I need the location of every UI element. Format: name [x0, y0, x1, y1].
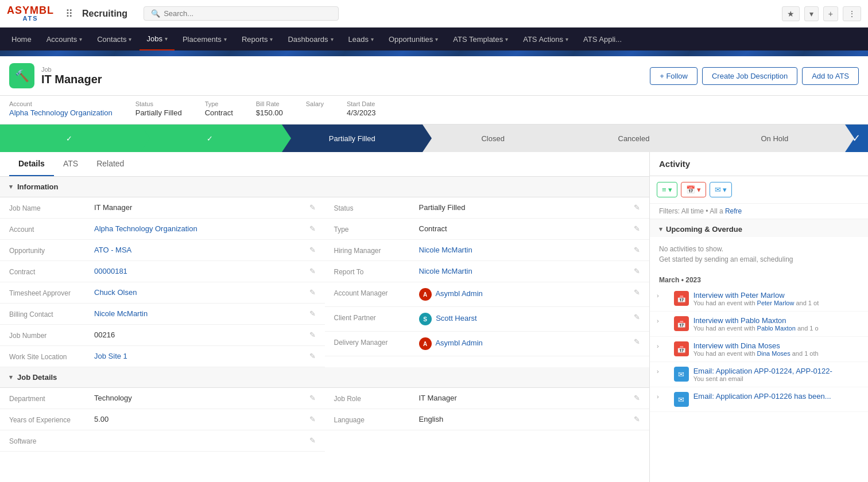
star-button[interactable]: ★ — [782, 6, 800, 21]
edit-contract-icon[interactable]: ✎ — [309, 267, 316, 275]
pipeline-label-partially-filled: Partially Filled — [329, 134, 375, 143]
job-details-section-header[interactable]: ▾ Job Details — [0, 367, 649, 388]
person-link-1[interactable]: Pablo Maxton — [757, 325, 796, 332]
meta-start-date-label: Start Date — [347, 100, 376, 107]
refresh-link[interactable]: Refre — [725, 207, 742, 215]
pipeline-step-1[interactable]: ✓ — [0, 125, 141, 152]
pipeline-step-canceled[interactable]: Canceled — [563, 125, 704, 152]
activity-title-1[interactable]: Interview with Pablo Maxton — [693, 316, 861, 325]
edit-years-experience-icon[interactable]: ✎ — [309, 415, 316, 423]
expand-icon-2[interactable]: › — [657, 341, 659, 349]
nav-label-leads: Leads — [348, 35, 369, 44]
activity-email-button[interactable]: ✉ ▾ — [710, 182, 732, 197]
activity-title-3[interactable]: Email: Application APP-01224, APP-0122- — [693, 367, 861, 375]
expand-icon-4[interactable]: › — [657, 392, 659, 400]
add-to-ats-button[interactable]: Add to ATS — [802, 67, 859, 85]
person-link-0[interactable]: Peter Marlow — [757, 300, 795, 306]
field-label-language: Language — [334, 415, 414, 424]
field-value-opportunity[interactable]: ATO - MSA — [94, 246, 305, 254]
more-button[interactable]: ⋮ — [843, 6, 861, 21]
field-value-billing-contact[interactable]: Nicole McMartin — [94, 309, 305, 318]
link-account-manager[interactable]: Asymbl Admin — [435, 289, 482, 298]
edit-department-icon[interactable]: ✎ — [309, 394, 316, 402]
edit-language-icon[interactable]: ✎ — [634, 415, 640, 423]
edit-account-manager-icon[interactable]: ✎ — [634, 288, 640, 297]
field-value-hiring-manager[interactable]: Nicole McMartin — [419, 246, 630, 254]
expand-icon-3[interactable]: › — [657, 367, 659, 375]
calendar-icon-2: 📅 — [674, 341, 689, 356]
activity-list-button[interactable]: ≡ ▾ — [657, 182, 677, 197]
edit-billing-contact-icon[interactable]: ✎ — [309, 309, 316, 318]
meta-account-value[interactable]: Alpha Technology Organization — [9, 108, 113, 117]
edit-client-partner-icon[interactable]: ✎ — [634, 313, 640, 321]
nav-label-contacts: Contacts — [97, 35, 126, 44]
activity-title-4[interactable]: Email: Application APP-01226 has been... — [693, 392, 861, 401]
edit-software-icon[interactable]: ✎ — [309, 436, 316, 445]
reports-arrow: ▾ — [270, 36, 273, 42]
nav-item-placements[interactable]: Placements▾ — [176, 28, 234, 50]
pipeline-step-closed[interactable]: Closed — [423, 125, 563, 152]
logo: ASYMBL ATS — [7, 5, 54, 22]
field-label-status: Status — [334, 203, 414, 212]
plus-button[interactable]: + — [823, 6, 838, 21]
edit-timesheet-approver-icon[interactable]: ✎ — [309, 288, 316, 297]
nav-item-home[interactable]: Home — [5, 28, 38, 50]
pipeline-step-partially-filled[interactable]: Partially Filled — [282, 125, 423, 152]
nav-item-accounts[interactable]: Accounts▾ — [40, 28, 89, 50]
nav-item-dashboards[interactable]: Dashboards▾ — [281, 28, 340, 50]
nav-item-ats-templates[interactable]: ATS Templates▾ — [446, 28, 515, 50]
edit-delivery-manager-icon[interactable]: ✎ — [634, 337, 640, 346]
field-value-delivery-manager: A Asymbl Admin — [419, 337, 630, 350]
edit-account-icon[interactable]: ✎ — [309, 224, 316, 233]
link-delivery-manager[interactable]: Asymbl Admin — [435, 339, 482, 347]
expand-icon-0[interactable]: › — [657, 291, 659, 299]
activity-title-0[interactable]: Interview with Peter Marlow — [693, 291, 861, 300]
field-value-work-site-location[interactable]: Job Site 1 — [94, 352, 305, 360]
edit-job-role-icon[interactable]: ✎ — [634, 394, 640, 402]
pipeline-step-on-hold[interactable]: On Hold — [704, 125, 845, 152]
nav-item-leads[interactable]: Leads▾ — [342, 28, 381, 50]
nav-item-jobs[interactable]: Jobs▾ — [140, 28, 174, 50]
tab-details[interactable]: Details — [9, 152, 54, 176]
nav-item-reports[interactable]: Reports▾ — [235, 28, 280, 50]
activity-title-2[interactable]: Interview with Dina Moses — [693, 341, 861, 350]
edit-opportunity-icon[interactable]: ✎ — [309, 246, 316, 254]
field-value-report-to[interactable]: Nicole McMartin — [419, 267, 630, 275]
information-section-header[interactable]: ▾ Information — [0, 177, 649, 197]
field-value-contract[interactable]: 00000181 — [94, 267, 305, 275]
edit-report-to-icon[interactable]: ✎ — [634, 267, 640, 275]
field-label-account: Account — [9, 224, 90, 234]
field-value-timesheet-approver[interactable]: Chuck Olsen — [94, 288, 305, 297]
edit-job-number-icon[interactable]: ✎ — [309, 331, 316, 339]
expand-icon-1[interactable]: › — [657, 316, 659, 324]
tab-ats[interactable]: ATS — [54, 152, 87, 176]
field-value-account[interactable]: Alpha Technology Organization — [94, 224, 305, 233]
nav-item-contacts[interactable]: Contacts▾ — [90, 28, 138, 50]
nav-item-ats-actions[interactable]: ATS Actions▾ — [516, 28, 575, 50]
edit-job-name-icon[interactable]: ✎ — [309, 203, 316, 212]
field-label-type: Type — [334, 224, 414, 234]
calendar-icon: 📅 — [686, 185, 695, 194]
nav-item-ats-appli[interactable]: ATS Appli... — [576, 28, 629, 50]
pipeline-label-closed: Closed — [481, 134, 504, 143]
information-section-label: Information — [17, 182, 59, 191]
grid-icon[interactable]: ⠿ — [65, 7, 73, 20]
search-input[interactable] — [164, 9, 324, 18]
person-link-2[interactable]: Dina Moses — [757, 350, 790, 357]
calendar-icon-0: 📅 — [674, 291, 689, 306]
chevron-button[interactable]: ▾ — [804, 6, 819, 21]
field-value-account-manager: A Asymbl Admin — [419, 288, 630, 301]
edit-work-site-location-icon[interactable]: ✎ — [309, 352, 316, 360]
create-job-description-button[interactable]: Create Job Description — [702, 67, 797, 85]
upcoming-section-header[interactable]: ▾ Upcoming & Overdue — [650, 219, 868, 237]
tab-related[interactable]: Related — [87, 152, 133, 176]
edit-status-icon[interactable]: ✎ — [634, 203, 640, 212]
pipeline-step-2[interactable]: ✓ — [141, 125, 281, 152]
edit-type-icon[interactable]: ✎ — [634, 224, 640, 233]
link-client-partner[interactable]: Scott Hearst — [436, 314, 477, 322]
nav-item-opportunities[interactable]: Opportunities▾ — [382, 28, 445, 50]
follow-button[interactable]: + Follow — [650, 67, 698, 85]
activity-calendar-button[interactable]: 📅 ▾ — [681, 182, 706, 197]
edit-hiring-manager-icon[interactable]: ✎ — [634, 246, 640, 254]
field-label-job-role: Job Role — [334, 394, 414, 403]
